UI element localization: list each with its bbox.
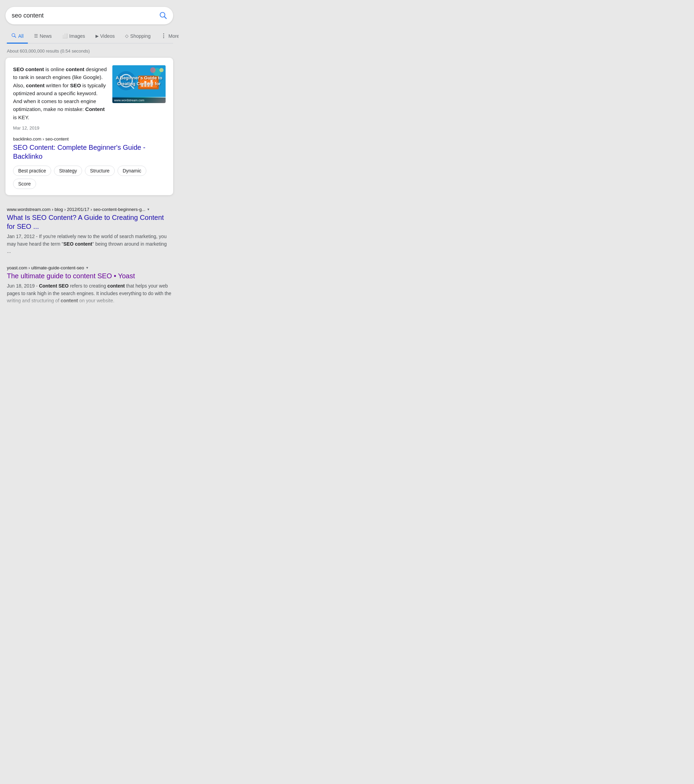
chips-row: Best practice Strategy Structure Dynamic…: [13, 166, 166, 189]
chip-structure[interactable]: Structure: [85, 166, 115, 176]
search-icon: [159, 11, 167, 19]
news-icon: ☰: [34, 33, 38, 38]
chip-dynamic[interactable]: Dynamic: [117, 166, 147, 176]
organic-snippet-1: Jan 17, 2012 - If you're relatively new …: [7, 233, 172, 255]
shopping-icon: ◇: [125, 33, 129, 38]
tab-images-label: Images: [69, 33, 85, 39]
featured-image-overlay: A Beginner's Guide to Creating Content f…: [112, 65, 166, 97]
featured-description: SEO content is online content designed t…: [13, 65, 107, 132]
tab-more[interactable]: ⋮ More: [157, 30, 179, 44]
nav-tabs: All ☰ News ⬜ Images ▶ Videos ◇ Shopping …: [5, 30, 173, 44]
tab-shopping-label: Shopping: [130, 33, 150, 39]
tab-news[interactable]: ☰ News: [30, 31, 56, 43]
tab-images[interactable]: ⬜ Images: [58, 31, 89, 43]
svg-line-1: [165, 17, 166, 19]
organic-source-2: yoast.com › ultimate-guide-content-seo ▾: [7, 265, 172, 270]
featured-top: SEO content is online content designed t…: [13, 65, 166, 132]
tab-videos[interactable]: ▶ Videos: [91, 31, 119, 43]
dropdown-arrow-1[interactable]: ▾: [147, 207, 150, 212]
search-bar: [5, 7, 173, 25]
search-button[interactable]: [159, 11, 167, 20]
organic-result-1: www.wordstream.com › blog › 2012/01/17 ›…: [5, 202, 173, 260]
all-icon: [11, 33, 16, 39]
videos-icon: ▶: [96, 34, 99, 38]
chip-strategy[interactable]: Strategy: [54, 166, 82, 176]
dropdown-arrow-2[interactable]: ▾: [86, 265, 88, 270]
tab-all[interactable]: All: [7, 30, 28, 44]
tab-more-label: More: [168, 33, 179, 39]
more-icon: ⋮: [161, 33, 166, 39]
featured-title[interactable]: SEO Content: Complete Beginner's Guide -…: [13, 143, 166, 161]
tab-shopping[interactable]: ◇ Shopping: [121, 31, 155, 43]
chip-best-practice[interactable]: Best practice: [13, 166, 51, 176]
featured-image[interactable]: A Beginner's Guide to Creating Content f…: [112, 65, 166, 103]
search-input[interactable]: [12, 12, 159, 19]
featured-snippet: SEO content is online content designed t…: [5, 58, 173, 195]
images-icon: ⬜: [62, 33, 68, 38]
chip-score[interactable]: Score: [13, 179, 36, 189]
organic-title-1[interactable]: What Is SEO Content? A Guide to Creating…: [7, 213, 172, 231]
organic-result-2: yoast.com › ultimate-guide-content-seo ▾…: [5, 260, 173, 310]
organic-snippet-2: Jun 18, 2019 - Content SEO refers to cre…: [7, 282, 172, 305]
featured-image-text: A Beginner's Guide to Creating Content f…: [112, 73, 166, 89]
featured-image-caption: www.wordstream.com: [112, 97, 166, 103]
featured-date: Mar 12, 2019: [13, 125, 107, 132]
organic-source-text-1: www.wordstream.com › blog › 2012/01/17 ›…: [7, 207, 145, 212]
featured-source: backlinko.com › seo-content: [13, 137, 166, 142]
results-count: About 603,000,000 results (0.54 seconds): [7, 48, 173, 54]
tab-news-label: News: [40, 33, 52, 39]
tab-videos-label: Videos: [100, 33, 115, 39]
organic-source-text-2: yoast.com › ultimate-guide-content-seo: [7, 265, 84, 270]
organic-source-1: www.wordstream.com › blog › 2012/01/17 ›…: [7, 207, 172, 212]
organic-title-2[interactable]: The ultimate guide to content SEO • Yoas…: [7, 272, 172, 280]
svg-line-3: [15, 36, 16, 38]
tab-all-label: All: [18, 33, 24, 39]
